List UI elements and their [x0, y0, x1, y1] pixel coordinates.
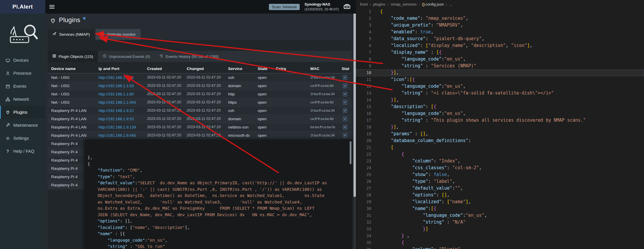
tab-events-history-50-out-of-1265[interactable]: Events History (50 out of 1265) [155, 51, 223, 62]
column-header-device-name[interactable]: Device name [48, 64, 95, 73]
editor-line-10[interactable]: 10 }], [356, 69, 644, 76]
status-checkbox[interactable] [343, 117, 347, 121]
editor-line-35[interactable]: 35 { [356, 239, 644, 246]
column-header-ip-and-port[interactable]: Ip and Port [95, 64, 143, 73]
ip-port-link[interactable]: http://192.168.1.1:22 [99, 75, 134, 80]
sidebar-item-network[interactable]: Network [0, 93, 45, 106]
editor-line-19[interactable]: 19 "params" : [], [356, 131, 644, 137]
status-checkbox[interactable] [343, 125, 347, 129]
tab-unprocessed-events-0[interactable]: Unprocessed Events (0) [98, 51, 155, 62]
column-header-mac[interactable]: MAC [307, 64, 338, 73]
nas-name: Synology-NAS [304, 2, 339, 7]
plugin-config-code-viewer[interactable]: },{ "function": "CMD", "type": "text", "… [84, 139, 352, 249]
changed-cell: 2023-03-11 02:47:20 [183, 90, 225, 98]
editor-line-34[interactable]: 34 } , [356, 232, 644, 239]
editor-line-13[interactable]: 13 "string" : "<i class=\"fa-solid fa-sa… [356, 90, 644, 97]
objects-icon [52, 54, 56, 59]
tab-services-nmap[interactable]: Services (NMAP) [48, 29, 95, 40]
status-checkbox[interactable] [343, 92, 347, 96]
status-checkbox[interactable] [343, 100, 347, 105]
column-header-created[interactable]: Created [143, 64, 183, 73]
menu-toggle-button[interactable] [45, 0, 58, 14]
sidebar-item-devices[interactable]: Devices [0, 54, 45, 67]
editor-line-29[interactable]: 29 "localized": ["name"], [356, 198, 644, 205]
editor-line-16[interactable]: 16 "language_code":"en_us", [356, 110, 644, 117]
breadcrumb-item-config-json[interactable]: {}config.json [422, 2, 444, 6]
editor-line-14[interactable]: 14 }], [356, 97, 644, 103]
app-scrollbar-thumb[interactable] [354, 14, 356, 197]
state-cell: open [254, 98, 272, 106]
status-checkbox[interactable] [343, 84, 347, 88]
editor-line-1[interactable]: 1{ [356, 8, 644, 15]
editor-line-9[interactable]: 9 "string" : "Services (NMAP)" [356, 63, 644, 69]
ip-port-link[interactable]: http://192.168.1.1:443 [99, 100, 136, 105]
nas-timestamp: (11/03/2023, 15:46:07) [304, 7, 339, 12]
ip-port-link[interactable]: http://192.168.1.1:53 [99, 84, 134, 88]
editor-line-6[interactable]: 6 "localized": ["display_name", "descrip… [356, 42, 644, 49]
editor-line-22[interactable]: 22 { [356, 151, 644, 158]
breadcrumb-item-front[interactable]: front [360, 2, 368, 6]
editor-line-11[interactable]: 11 "icon":[{ [356, 76, 644, 83]
editor-line-8[interactable]: 8 "language_code":"en_us", [356, 56, 644, 63]
editor-line-36[interactable]: 36 "column": "Plugin", [356, 246, 644, 249]
editor-line-31[interactable]: 31 "language_code":"en_us", [356, 212, 644, 219]
overlay-code-line: "options": [], [88, 218, 352, 224]
editor-line-27[interactable]: 27 "default_value":"", [356, 185, 644, 192]
editor-line-21[interactable]: 21 [ [356, 144, 644, 151]
sidebar-item-presence[interactable]: Presence [0, 67, 45, 80]
tab-plugin-objects-115[interactable]: Plugin Objects (115) [48, 51, 98, 62]
sidebar-item-settings[interactable]: Settings [0, 132, 45, 145]
scan-status-badge[interactable]: Scan: Network [269, 4, 300, 10]
breadcrumb-item-plugins[interactable]: plugins [373, 2, 385, 6]
nas-info: Synology-NAS (11/03/2023, 15:46:07) [304, 2, 339, 11]
breadcrumb-item-[interactable]: ... [449, 2, 453, 6]
column-header-service[interactable]: Service [225, 64, 254, 73]
overlay-code-line: as Watched_Value2, 'null' as Watched_Val… [88, 199, 352, 206]
ip-port-link[interactable]: http://192.168.1.9:139 [99, 125, 136, 129]
extra-cell [272, 98, 307, 106]
ip-port-link[interactable]: http://192.168.1.9:445 [99, 133, 136, 138]
editor-line-17[interactable]: 17 "string" : "This plugin shows all ser… [356, 117, 644, 124]
line-number: 6 [356, 42, 377, 49]
scanner-icon[interactable] [343, 3, 351, 11]
status-checkbox[interactable] [343, 108, 347, 113]
status-checkbox[interactable] [343, 75, 347, 80]
editor-line-7[interactable]: 7 "display_name" : [{ [356, 49, 644, 56]
status-checkbox[interactable] [343, 133, 347, 138]
sidebar-item-maintenance[interactable]: Maintenance [0, 119, 45, 132]
breadcrumb-item-nmap-services[interactable]: nmap_services [391, 2, 417, 6]
app-logo[interactable]: Pi.Alert [0, 0, 45, 14]
sidebar-item-plugins[interactable]: Plugins [0, 106, 45, 119]
column-header-stat[interactable]: Stat [338, 64, 351, 73]
sidebar-item-label: Network [13, 97, 29, 102]
column-header-state[interactable]: State [254, 64, 272, 73]
overlay-scrollbar-thumb[interactable] [350, 141, 351, 164]
line-number: 19 [356, 131, 377, 137]
editor-line-15[interactable]: 15 "description": [{ [356, 103, 644, 110]
editor-line-5[interactable]: 5 "data_source": "pialert-db-query", [356, 35, 644, 42]
editor-line-20[interactable]: 20 "database_column_definitions": [356, 137, 644, 144]
app-scrollbar[interactable] [354, 14, 356, 249]
sidebar-item-help-faq[interactable]: ?Help / FAQ [0, 145, 45, 158]
editor-line-4[interactable]: 4 "enabled": true, [356, 29, 644, 35]
editor-line-12[interactable]: 12 "language_code":"en_us", [356, 83, 644, 90]
editor-line-23[interactable]: 23 "column": "Index", [356, 158, 644, 165]
ip-port-link[interactable]: http://192.168.1.9:22 [99, 108, 134, 113]
extra-cell [272, 90, 307, 98]
editor-line-25[interactable]: 25 "show": false, [356, 171, 644, 178]
editor-line-18[interactable]: 18 }], [356, 124, 644, 131]
editor-line-30[interactable]: 30 "name":[{ [356, 205, 644, 212]
editor-line-28[interactable]: 28 "options": [], [356, 192, 644, 198]
sidebar-item-events[interactable]: Events [0, 80, 45, 93]
ip-port-link[interactable]: http://192.168.1.1:80 [99, 92, 134, 96]
editor-line-2[interactable]: 2 "code_name": "nmap_services", [356, 15, 644, 22]
editor-line-3[interactable]: 3 "unique_prefix": "NMAPSRV", [356, 22, 644, 29]
editor-line-26[interactable]: 26 "type": "label", [356, 178, 644, 185]
editor-line-24[interactable]: 24 "css_classes": "col-sm-2", [356, 165, 644, 171]
tab-website-monitor[interactable]: Website monitor [96, 29, 141, 40]
ip-port-link[interactable]: http://192.168.1.9:53 [99, 117, 134, 121]
editor-line-33[interactable]: 33 }] [356, 226, 644, 232]
column-header-extra[interactable]: Extra [272, 64, 307, 73]
editor-line-32[interactable]: 32 "string" : "N/A" [356, 219, 644, 226]
column-header-changed[interactable]: Changed [183, 64, 225, 73]
